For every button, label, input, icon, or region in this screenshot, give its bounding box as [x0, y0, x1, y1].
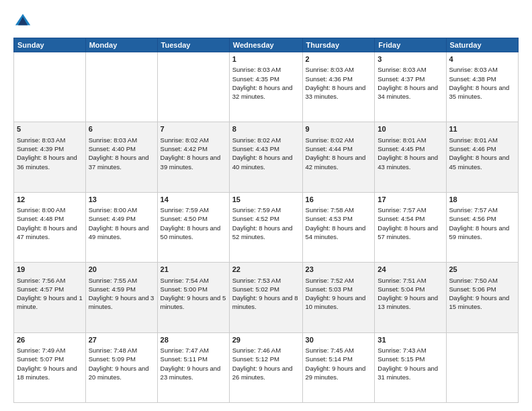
calendar-cell: 20Sunrise: 7:55 AMSunset: 4:59 PMDayligh… — [85, 263, 157, 332]
day-info: Sunset: 5:04 PM — [378, 285, 443, 293]
day-number: 13 — [89, 195, 154, 205]
day-info: Daylight: 8 hours and 47 minutes. — [17, 224, 83, 242]
day-info: Daylight: 8 hours and 43 minutes. — [378, 153, 443, 171]
day-info: Sunset: 4:46 PM — [449, 144, 516, 153]
calendar-cell — [446, 332, 519, 402]
day-info: Daylight: 8 hours and 40 minutes. — [232, 153, 300, 171]
day-info: Sunset: 5:11 PM — [161, 355, 226, 363]
day-info: Daylight: 8 hours and 32 minutes. — [232, 83, 300, 101]
calendar-cell: 22Sunrise: 7:53 AMSunset: 5:02 PMDayligh… — [229, 263, 302, 332]
day-info: Sunrise: 7:50 AM — [449, 276, 516, 285]
day-info: Sunset: 4:40 PM — [89, 144, 154, 153]
calendar-day-header: Wednesday — [229, 38, 302, 52]
day-number: 11 — [449, 124, 516, 134]
day-info: Daylight: 9 hours and 31 minutes. — [378, 364, 443, 382]
day-info: Sunrise: 7:55 AM — [89, 276, 154, 285]
day-info: Sunrise: 7:51 AM — [378, 276, 443, 285]
day-number: 8 — [232, 124, 300, 134]
day-info: Sunrise: 8:01 AM — [449, 136, 516, 144]
calendar-header-row: SundayMondayTuesdayWednesdayThursdayFrid… — [14, 38, 519, 52]
day-info: Daylight: 8 hours and 35 minutes. — [449, 83, 516, 101]
day-number: 9 — [306, 124, 372, 134]
day-info: Sunset: 5:02 PM — [232, 285, 300, 293]
calendar-week-row: 26Sunrise: 7:49 AMSunset: 5:07 PMDayligh… — [14, 332, 519, 402]
day-info: Daylight: 9 hours and 1 minute. — [17, 293, 83, 312]
logo-icon — [13, 12, 32, 31]
day-number: 5 — [17, 124, 83, 134]
calendar-week-row: 12Sunrise: 8:00 AMSunset: 4:48 PMDayligh… — [14, 192, 519, 262]
day-info: Sunset: 4:57 PM — [17, 285, 83, 293]
calendar-cell: 3Sunrise: 8:03 AMSunset: 4:37 PMDaylight… — [375, 52, 446, 122]
day-info: Daylight: 8 hours and 45 minutes. — [449, 153, 516, 171]
calendar-cell: 11Sunrise: 8:01 AMSunset: 4:46 PMDayligh… — [446, 122, 519, 192]
day-number: 12 — [17, 195, 83, 205]
day-info: Sunset: 5:12 PM — [232, 355, 300, 363]
day-info: Sunset: 4:37 PM — [378, 75, 443, 83]
day-info: Sunrise: 7:58 AM — [306, 205, 372, 214]
day-number: 19 — [17, 265, 83, 275]
day-info: Sunrise: 7:43 AM — [378, 346, 443, 355]
day-info: Sunrise: 8:03 AM — [306, 65, 372, 74]
day-number: 17 — [378, 195, 443, 205]
day-number: 31 — [378, 335, 443, 345]
calendar-cell: 6Sunrise: 8:03 AMSunset: 4:40 PMDaylight… — [85, 122, 157, 192]
calendar-cell: 27Sunrise: 7:48 AMSunset: 5:09 PMDayligh… — [85, 332, 157, 402]
calendar-cell: 10Sunrise: 8:01 AMSunset: 4:45 PMDayligh… — [375, 122, 446, 192]
day-info: Daylight: 9 hours and 3 minutes. — [89, 293, 154, 312]
calendar-day-header: Monday — [85, 38, 157, 52]
day-info: Daylight: 9 hours and 15 minutes. — [449, 293, 516, 312]
calendar-day-header: Friday — [375, 38, 446, 52]
calendar-day-header: Tuesday — [157, 38, 229, 52]
calendar-day-header: Saturday — [446, 38, 519, 52]
day-info: Daylight: 8 hours and 39 minutes. — [161, 153, 226, 171]
day-info: Sunset: 4:52 PM — [232, 214, 300, 223]
page: SundayMondayTuesdayWednesdayThursdayFrid… — [0, 0, 532, 411]
day-info: Daylight: 9 hours and 5 minutes. — [161, 293, 226, 312]
day-info: Daylight: 8 hours and 57 minutes. — [378, 224, 443, 242]
day-info: Sunrise: 7:47 AM — [161, 346, 226, 355]
day-info: Sunrise: 7:53 AM — [232, 276, 300, 285]
day-info: Sunset: 4:36 PM — [306, 75, 372, 83]
calendar-cell: 26Sunrise: 7:49 AMSunset: 5:07 PMDayligh… — [14, 332, 86, 402]
day-number: 21 — [161, 265, 226, 275]
day-info: Sunrise: 7:46 AM — [232, 346, 300, 355]
calendar-cell: 28Sunrise: 7:47 AMSunset: 5:11 PMDayligh… — [157, 332, 229, 402]
day-info: Sunset: 4:42 PM — [161, 144, 226, 153]
calendar-cell: 15Sunrise: 7:59 AMSunset: 4:52 PMDayligh… — [229, 192, 302, 262]
day-info: Daylight: 9 hours and 8 minutes. — [232, 293, 300, 312]
day-info: Daylight: 8 hours and 59 minutes. — [449, 224, 516, 242]
day-info: Sunrise: 7:48 AM — [89, 346, 154, 355]
calendar-cell: 21Sunrise: 7:54 AMSunset: 5:00 PMDayligh… — [157, 263, 229, 332]
day-info: Sunset: 4:48 PM — [17, 214, 83, 223]
day-info: Daylight: 8 hours and 42 minutes. — [306, 153, 372, 171]
day-info: Sunset: 4:53 PM — [306, 214, 372, 223]
day-info: Sunset: 5:09 PM — [89, 355, 154, 363]
day-info: Daylight: 9 hours and 26 minutes. — [232, 364, 300, 382]
calendar-cell: 23Sunrise: 7:52 AMSunset: 5:03 PMDayligh… — [302, 263, 375, 332]
calendar-week-row: 19Sunrise: 7:56 AMSunset: 4:57 PMDayligh… — [14, 263, 519, 332]
day-number: 29 — [232, 335, 300, 345]
day-info: Sunrise: 8:03 AM — [449, 65, 516, 74]
day-info: Sunrise: 7:54 AM — [161, 276, 226, 285]
calendar-cell: 25Sunrise: 7:50 AMSunset: 5:06 PMDayligh… — [446, 263, 519, 332]
calendar-cell: 19Sunrise: 7:56 AMSunset: 4:57 PMDayligh… — [14, 263, 86, 332]
calendar-cell: 31Sunrise: 7:43 AMSunset: 5:15 PMDayligh… — [375, 332, 446, 402]
day-info: Daylight: 9 hours and 10 minutes. — [306, 293, 372, 312]
day-info: Daylight: 8 hours and 33 minutes. — [306, 83, 372, 101]
day-info: Sunset: 4:59 PM — [89, 285, 154, 293]
day-info: Daylight: 9 hours and 29 minutes. — [306, 364, 372, 382]
day-number: 10 — [378, 124, 443, 134]
day-info: Sunrise: 8:03 AM — [378, 65, 443, 74]
day-info: Sunset: 4:49 PM — [89, 214, 154, 223]
day-number: 26 — [17, 335, 83, 345]
day-info: Sunset: 4:50 PM — [161, 214, 226, 223]
day-number: 14 — [161, 195, 226, 205]
calendar-cell: 24Sunrise: 7:51 AMSunset: 5:04 PMDayligh… — [375, 263, 446, 332]
day-info: Sunrise: 8:02 AM — [161, 136, 226, 144]
calendar-week-row: 5Sunrise: 8:03 AMSunset: 4:39 PMDaylight… — [14, 122, 519, 192]
calendar-cell: 30Sunrise: 7:45 AMSunset: 5:14 PMDayligh… — [302, 332, 375, 402]
day-info: Daylight: 8 hours and 36 minutes. — [17, 153, 83, 171]
day-info: Sunset: 4:56 PM — [449, 214, 516, 223]
day-info: Sunrise: 7:49 AM — [17, 346, 83, 355]
day-number: 4 — [449, 54, 516, 64]
